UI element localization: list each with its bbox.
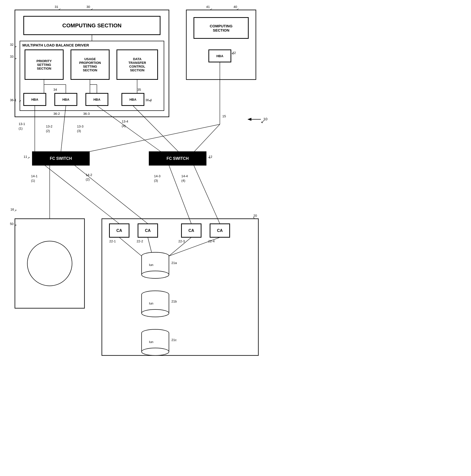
ref-14-4: 14-4(4) <box>181 174 188 183</box>
diagram: COMPUTING SECTION MULTIPATH LOAD BALANCE… <box>0 0 272 476</box>
ca-2: CA <box>138 224 158 237</box>
svg-point-50 <box>142 309 169 317</box>
svg-line-57 <box>148 237 152 252</box>
ref-12-arrow: ↖ <box>208 156 211 160</box>
svg-line-34 <box>194 124 220 152</box>
svg-line-39 <box>194 165 220 224</box>
svg-point-41 <box>142 252 169 260</box>
computing-section-2: COMPUTINGSECTION <box>194 17 248 39</box>
data-transfer-section: DATATRANSFERCONTROLSECTION <box>117 50 158 80</box>
ref-41-arrow: ↙ <box>210 7 212 11</box>
fc-switch-1: FC SWITCH <box>32 152 89 165</box>
ref-36-1-arrow: ↗ <box>19 99 21 103</box>
ref-20-arrow: ↖ <box>253 216 255 220</box>
ref-32-arrow: ↗ <box>14 45 17 49</box>
ref-32: 32 <box>10 43 13 46</box>
svg-line-36 <box>45 165 119 224</box>
svg-point-55 <box>142 348 169 355</box>
ref-16: 16 <box>10 208 14 211</box>
ref-36-3: 36-3 <box>83 112 90 116</box>
priority-setting-section: PRIORITYSETTINGSECTION <box>25 50 63 80</box>
hba-4: HBA <box>122 93 144 106</box>
ref-22-1: 22-1 <box>109 239 116 243</box>
ref-42-arrow: ↖ <box>232 52 234 56</box>
ref-15: 15 <box>222 114 226 118</box>
svg-rect-52 <box>142 333 169 352</box>
ref-34: 34 <box>53 88 57 91</box>
hba-2: HBA <box>55 93 77 106</box>
ref-16-arrow: ↗ <box>14 209 17 212</box>
ref-21c: 21c <box>171 338 177 342</box>
lun-a-label: lun <box>149 263 153 267</box>
ref-36-2: 36-2 <box>53 112 60 116</box>
ref-13-1: 13-1(1) <box>19 122 25 131</box>
svg-point-46 <box>142 291 169 298</box>
lun-b-label: lun <box>149 302 153 305</box>
ref-33-arrow: ↗ <box>14 57 17 61</box>
ref-36-4-arrow: ↖ <box>149 99 152 103</box>
ca-1: CA <box>109 224 129 237</box>
ref-41: 41 <box>206 5 210 9</box>
ref-22-2: 22-2 <box>137 239 143 243</box>
hba-3: HBA <box>86 93 108 106</box>
svg-rect-42 <box>142 256 169 275</box>
usage-proportion-section: USAGEPROPORTIONSETTINGSECTION <box>71 50 109 80</box>
ref-10-arrow: ↙ <box>261 119 265 124</box>
svg-line-32 <box>133 106 179 152</box>
ref-21a: 21a <box>171 261 177 265</box>
hba-1: HBA <box>24 93 46 106</box>
svg-line-38 <box>169 165 191 224</box>
ref-22-3: 22-3 <box>178 239 185 243</box>
ref-30: 30 <box>86 5 90 9</box>
ref-40-arrow: ↙ <box>236 7 239 11</box>
ref-11: 11 <box>24 155 27 159</box>
ref-22-4: 22-4 <box>208 239 215 243</box>
ref-13-3: 13-3(3) <box>77 124 83 133</box>
multipath-label: MULTIPATH LOAD BALANCE DRIVER <box>22 43 89 47</box>
ref-50-arrow: ↗ <box>14 224 17 227</box>
ref-36-1: 36-1 <box>10 98 16 102</box>
computing-section-1: COMPUTING SECTION <box>24 16 160 35</box>
ca-4: CA <box>210 224 230 237</box>
svg-line-31 <box>97 106 161 152</box>
ref-11-arrow: ↗ <box>27 156 30 160</box>
svg-point-51 <box>142 329 169 337</box>
ref-14-3: 14-3(3) <box>154 174 160 183</box>
ref-35: 35 <box>137 88 141 91</box>
ref-30-arrow: ↙ <box>91 7 93 11</box>
svg-rect-47 <box>142 295 169 313</box>
ref-13-4: 13-4(4) <box>122 119 128 128</box>
fc-switch-2: FC SWITCH <box>149 152 206 165</box>
svg-point-45 <box>142 271 169 278</box>
svg-line-30 <box>61 106 66 152</box>
ca-3: CA <box>181 224 201 237</box>
svg-point-60 <box>27 241 72 286</box>
ref-13-2: 13-2(2) <box>46 124 52 133</box>
ref-31-arrow: ↙ <box>58 7 61 11</box>
hba-5: HBA <box>209 50 231 62</box>
ref-14-1: 14-1(1) <box>31 174 38 183</box>
lun-c-label: lun <box>149 340 153 344</box>
svg-line-35 <box>87 124 220 152</box>
ref-33: 33 <box>10 55 13 58</box>
ref-31: 31 <box>55 5 58 9</box>
ref-21b: 21b <box>171 300 177 303</box>
ref-50: 50 <box>10 222 13 226</box>
ref-14-2: 14-2(2) <box>86 173 92 182</box>
svg-rect-3 <box>15 219 84 308</box>
